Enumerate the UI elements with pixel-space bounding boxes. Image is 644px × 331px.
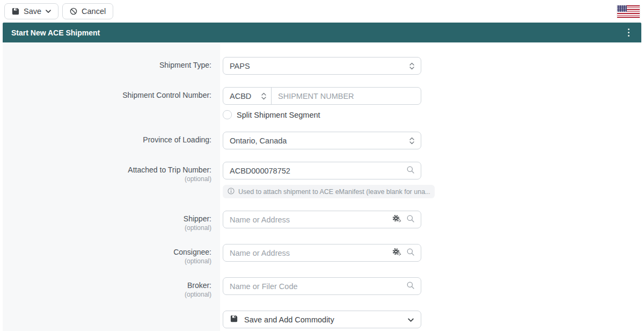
shipment-number-input[interactable] [272,88,421,104]
shipper-label-cell: Shipper: (optional) [3,211,220,232]
shipment-type-value: PAPS [223,62,409,70]
gears-icon[interactable] [392,248,401,258]
split-shipment-checkbox-label: Split Shipment Segment [237,111,320,119]
submit-label-cell [3,311,220,328]
panel-header: Start New ACE Shipment [3,23,641,42]
panel-body: Shipment Type: PAPS Shipment Control Num… [3,42,641,331]
province-label-cell: Province of Loading: [3,132,220,149]
shipper-label: Shipper: [3,214,211,223]
flag-canton [617,5,627,12]
shipment-type-select[interactable]: PAPS [223,57,421,75]
consignee-label: Consignee: [3,248,211,256]
stepper-chevrons-icon [409,136,421,145]
broker-label: Broker: [3,281,211,290]
province-label: Province of Loading: [3,135,211,144]
search-icon[interactable] [406,166,415,176]
broker-label-cell: Broker: (optional) [3,277,220,298]
start-new-ace-shipment-panel: Start New ACE Shipment Shipment Type: PA… [3,23,641,331]
trip-optional-label: (optional) [3,175,211,183]
scn-label-cell: Shipment Control Number: [3,87,220,119]
stepper-chevrons-icon [261,92,271,100]
consignee-row: Consignee: (optional) [3,244,641,265]
trip-help-box: Used to attach shipment to ACE eManifest… [223,185,435,198]
province-select[interactable]: Ontario, Canada [223,132,421,149]
split-shipment-checkbox[interactable] [223,110,232,119]
save-add-commodity-label: Save and Add Commodity [244,315,401,324]
scn-prefix-select[interactable]: ACBD [223,88,272,104]
shipper-optional-label: (optional) [3,224,211,232]
scn-prefix-value: ACBD [223,92,261,100]
chevron-down-icon [408,315,414,324]
save-icon [230,315,238,324]
province-of-loading-row: Province of Loading: Ontario, Canada [3,132,641,149]
shipper-row: Shipper: (optional) [3,211,641,232]
top-toolbar: Save Cancel [0,0,644,23]
trip-help-text: Used to attach shipment to ACE eManifest… [238,188,430,196]
gears-icon[interactable] [392,214,401,225]
broker-input[interactable] [223,278,406,294]
trip-label-cell: Attached to Trip Number: (optional) [3,162,220,198]
broker-optional-label: (optional) [3,291,211,298]
cancel-button[interactable]: Cancel [62,3,113,19]
info-icon [228,187,235,197]
search-icon[interactable] [406,214,415,225]
consignee-optional-label: (optional) [3,257,211,265]
shipment-type-row: Shipment Type: PAPS [3,57,641,75]
consignee-input[interactable] [223,244,392,261]
shipper-input[interactable] [223,211,392,228]
stepper-chevrons-icon [409,62,421,70]
scn-label: Shipment Control Number: [3,91,211,99]
attached-to-trip-row: Attached to Trip Number: (optional) [3,162,641,198]
trip-label: Attached to Trip Number: [3,166,211,174]
shipment-type-label: Shipment Type: [3,61,211,69]
save-add-commodity-button[interactable]: Save and Add Commodity [223,311,421,328]
cancel-slash-circle-icon [70,8,77,15]
page-title: Start New ACE Shipment [11,28,100,37]
kebab-menu-icon[interactable] [625,26,633,39]
save-icon [12,8,19,15]
shipment-type-label-cell: Shipment Type: [3,57,220,75]
save-button-label: Save [24,7,41,16]
province-value: Ontario, Canada [223,136,409,145]
save-caret-icon [46,10,51,13]
trip-number-input[interactable] [223,162,406,179]
us-flag-icon[interactable] [617,5,640,18]
shipment-control-number-row: Shipment Control Number: ACBD [3,87,641,119]
broker-row: Broker: (optional) [3,277,641,298]
search-icon[interactable] [406,248,415,258]
consignee-label-cell: Consignee: (optional) [3,244,220,265]
submit-row: Save and Add Commodity [3,311,641,328]
save-button[interactable]: Save [4,3,58,19]
search-icon[interactable] [406,281,415,292]
cancel-button-label: Cancel [82,7,106,16]
